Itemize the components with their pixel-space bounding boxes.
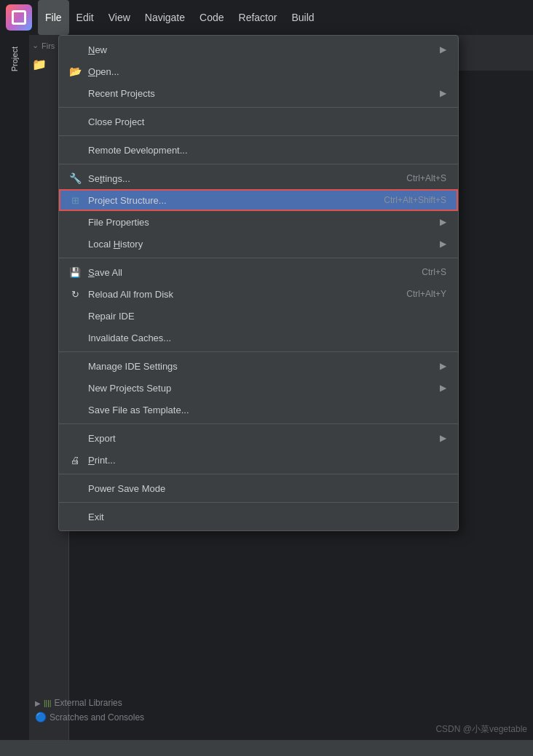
- new-projects-icon: [68, 381, 82, 395]
- menu-bar: File Edit View Navigate Code Refactor Bu…: [38, 0, 322, 35]
- project-structure-shortcut: Ctrl+Alt+Shift+S: [384, 195, 446, 205]
- menu-new-projects-setup[interactable]: New Projects Setup ▶: [59, 377, 458, 399]
- separator-3: [59, 164, 458, 164]
- menu-export[interactable]: Export ▶: [59, 427, 458, 449]
- menu-repair-ide[interactable]: Repair IDE: [59, 305, 458, 327]
- recent-projects-icon: [68, 86, 82, 100]
- menu-recent-projects[interactable]: Recent Projects ▶: [59, 82, 458, 104]
- menu-close-project[interactable]: Close Project: [59, 111, 458, 132]
- power-save-icon: [68, 481, 82, 496]
- menu-open[interactable]: 📂 Open...: [59, 60, 458, 82]
- menu-remote-development[interactable]: Remote Development...: [59, 139, 458, 161]
- watermark: CSDN @小菜vegetable: [435, 723, 527, 736]
- remote-dev-icon: [68, 143, 82, 157]
- new-icon: [68, 42, 82, 57]
- expand-external-icon: ▶: [35, 699, 41, 707]
- file-menu-dropdown: New ▶ 📂 Open... Recent Projects ▶ Close …: [58, 35, 459, 531]
- print-icon: 🖨: [68, 453, 82, 467]
- bottom-bar: [0, 740, 533, 756]
- menu-item-code[interactable]: Code: [192, 0, 231, 35]
- menu-item-edit[interactable]: Edit: [69, 0, 101, 35]
- bar-icon: ||||: [44, 699, 51, 707]
- save-template-icon: [68, 402, 82, 417]
- menu-item-file[interactable]: File: [38, 0, 69, 35]
- local-history-icon: [68, 236, 82, 251]
- separator-5: [59, 351, 458, 352]
- export-arrow: ▶: [440, 433, 446, 443]
- menu-save-file-template[interactable]: Save File as Template...: [59, 399, 458, 421]
- menu-new[interactable]: New ▶: [59, 39, 458, 60]
- scratches-label: Scratches and Consoles: [50, 712, 144, 723]
- external-libraries-label: External Libraries: [54, 698, 122, 708]
- sidebar-tab-project[interactable]: Project: [7, 41, 22, 77]
- export-icon: [68, 431, 82, 445]
- external-libraries-row[interactable]: ▶ |||| External Libraries: [29, 696, 533, 709]
- menu-item-view[interactable]: View: [101, 0, 138, 35]
- menu-manage-ide-settings[interactable]: Manage IDE Settings ▶: [59, 355, 458, 377]
- separator-7: [59, 474, 458, 474]
- scratches-icon: 🔵: [35, 712, 47, 723]
- separator-6: [59, 423, 458, 424]
- manage-ide-arrow: ▶: [440, 361, 446, 371]
- menu-settings[interactable]: 🔧 Settings... Ctrl+Alt+S: [59, 167, 458, 189]
- new-projects-arrow: ▶: [440, 383, 446, 393]
- scratches-row[interactable]: 🔵 Scratches and Consoles: [29, 710, 533, 724]
- sidebar-strip: Project: [0, 35, 29, 756]
- menu-item-navigate[interactable]: Navigate: [138, 0, 192, 35]
- separator-1: [59, 107, 458, 108]
- save-all-shortcut: Ctrl+S: [422, 267, 446, 277]
- repair-icon: [68, 309, 82, 323]
- app-logo-inner: [12, 10, 26, 25]
- menu-invalidate-caches[interactable]: Invalidate Caches...: [59, 327, 458, 349]
- separator-4: [59, 258, 458, 258]
- menu-reload-all[interactable]: ↻ Reload All from Disk Ctrl+Alt+Y: [59, 283, 458, 305]
- dropdown-overlay: New ▶ 📂 Open... Recent Projects ▶ Close …: [58, 35, 459, 531]
- manage-ide-icon: [68, 359, 82, 373]
- reload-icon: ↻: [68, 287, 82, 301]
- separator-8: [59, 502, 458, 503]
- menu-local-history[interactable]: Local History ▶: [59, 233, 458, 255]
- menu-save-all[interactable]: 💾 Save All Ctrl+S: [59, 261, 458, 283]
- invalidate-icon: [68, 330, 82, 345]
- save-all-icon: 💾: [68, 265, 82, 279]
- menu-file-properties[interactable]: File Properties ▶: [59, 211, 458, 233]
- menu-item-refactor[interactable]: Refactor: [232, 0, 285, 35]
- close-project-icon: [68, 114, 82, 129]
- open-icon: 📂: [68, 64, 82, 79]
- file-properties-arrow: ▶: [440, 217, 446, 227]
- exit-icon: [68, 509, 82, 524]
- file-properties-icon: [68, 215, 82, 229]
- title-bar: File Edit View Navigate Code Refactor Bu…: [0, 0, 533, 35]
- new-arrow: ▶: [440, 44, 446, 55]
- menu-project-structure[interactable]: ⊞ Project Structure... Ctrl+Alt+Shift+S: [59, 189, 458, 211]
- project-label: Firs: [42, 41, 55, 50]
- project-icon: 📁: [32, 58, 47, 71]
- settings-shortcut: Ctrl+Alt+S: [406, 173, 446, 183]
- menu-power-save-mode[interactable]: Power Save Mode: [59, 477, 458, 499]
- menu-print[interactable]: 🖨 Print...: [59, 449, 458, 471]
- menu-exit[interactable]: Exit: [59, 506, 458, 528]
- project-structure-icon: ⊞: [68, 193, 82, 207]
- menu-item-build[interactable]: Build: [284, 0, 321, 35]
- reload-shortcut: Ctrl+Alt+Y: [406, 289, 446, 299]
- separator-2: [59, 135, 458, 136]
- local-history-arrow: ▶: [440, 239, 446, 249]
- settings-icon: 🔧: [68, 171, 82, 186]
- app-logo: [6, 4, 32, 31]
- recent-projects-arrow: ▶: [440, 88, 446, 98]
